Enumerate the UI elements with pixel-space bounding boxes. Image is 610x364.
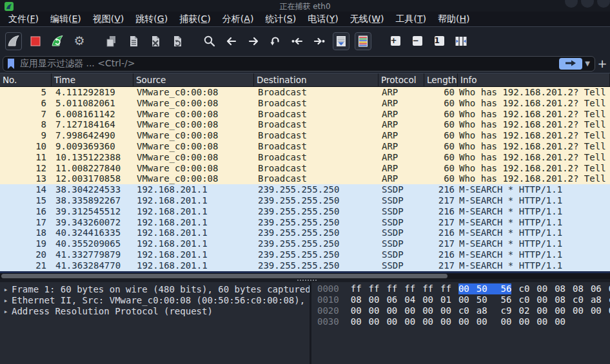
packet-row[interactable]: 65.011082061VMware_c0:00:08BroadcastARP6… [0, 98, 610, 109]
hex-byte[interactable]: 00 [458, 316, 469, 327]
zoom-original-button[interactable]: 1 [431, 33, 447, 50]
packet-row[interactable]: 2141.363284770192.168.201.1239.255.255.2… [0, 260, 610, 271]
column-header-length[interactable]: Length [424, 73, 458, 86]
filter-add-button[interactable]: + [596, 58, 608, 70]
colorize-button[interactable] [355, 33, 371, 50]
pane-splitter-handle[interactable] [297, 280, 317, 281]
expander-triangle-icon[interactable]: ▸ [0, 306, 12, 317]
hex-byte[interactable]: 56 [501, 294, 512, 305]
hex-byte[interactable]: c0 [458, 305, 469, 316]
hex-byte[interactable]: 00 [422, 305, 433, 316]
hex-byte[interactable]: 50 [477, 294, 487, 305]
hex-row[interactable]: 0010080006040001005056c00008c0a8c901 [311, 294, 610, 305]
packet-row[interactable]: 2041.332779879192.168.201.1239.255.255.2… [0, 249, 610, 260]
packet-row[interactable]: 1538.335892267192.168.201.1239.255.255.2… [0, 195, 610, 206]
hex-byte[interactable]: 00 [351, 316, 362, 327]
hex-byte[interactable]: 06 [591, 283, 602, 294]
hex-byte[interactable]: 00 [536, 305, 547, 316]
menu-item-analyze[interactable]: 分析(A) [217, 12, 260, 26]
menu-item-statistics[interactable]: 统计(S) [259, 12, 302, 26]
hex-byte[interactable]: c0 [518, 283, 529, 294]
start-capture-button[interactable] [6, 33, 21, 50]
hex-byte[interactable]: 00 [458, 294, 469, 305]
hex-byte[interactable]: 00 [536, 283, 547, 294]
restart-capture-button[interactable] [50, 33, 65, 50]
hex-byte[interactable]: 00 [501, 316, 512, 327]
hex-byte[interactable]: 56 [501, 283, 512, 294]
hex-byte[interactable]: 00 [404, 316, 415, 327]
menu-item-view[interactable]: 视图(V) [87, 12, 130, 26]
packet-row[interactable]: 1312.003170858VMware_c0:00:08BroadcastAR… [0, 173, 610, 184]
auto-scroll-button[interactable] [333, 33, 349, 50]
hex-byte[interactable]: 00 [369, 316, 380, 327]
hex-byte[interactable]: ff [440, 283, 451, 294]
hex-byte[interactable]: 00 [422, 316, 433, 327]
expander-triangle-icon[interactable]: ▸ [0, 295, 12, 306]
title-bar[interactable]: 正在捕获 eth0 [0, 0, 610, 12]
caret-down-icon[interactable]: ▼ [585, 60, 590, 67]
go-first-button[interactable] [290, 33, 305, 50]
hex-row[interactable]: 0020000000000000c0a8c902000000000000 [311, 305, 610, 316]
hex-byte[interactable]: 08 [351, 294, 362, 305]
hex-byte[interactable]: 00 [536, 316, 547, 327]
hex-byte[interactable]: 06 [386, 294, 397, 305]
close-file-button[interactable] [148, 33, 163, 50]
hex-byte[interactable]: c0 [518, 294, 529, 305]
menu-item-help[interactable]: 帮助(H) [432, 12, 475, 26]
menu-item-capture[interactable]: 捕获(C) [173, 12, 217, 26]
hex-byte[interactable]: 00 [386, 305, 397, 316]
hex-row[interactable]: 0000ffffffffffff005056c0000808060001 [311, 283, 610, 294]
packet-row[interactable]: 1940.355209065192.168.201.1239.255.255.2… [0, 238, 610, 249]
packet-row[interactable]: 1211.008227840VMware_c0:00:08BroadcastAR… [0, 163, 610, 174]
hex-byte[interactable]: 04 [404, 294, 415, 305]
hex-byte[interactable]: 00 [440, 305, 451, 316]
hex-byte[interactable]: 08 [555, 283, 566, 294]
hex-byte[interactable]: 50 [477, 283, 501, 294]
packet-row[interactable]: 1438.304224533192.168.201.1239.255.255.2… [0, 184, 610, 195]
hex-byte[interactable]: 00 [351, 305, 362, 316]
hex-row[interactable]: 0030000000000000000000000000 [311, 316, 610, 327]
hex-byte[interactable]: 01 [440, 294, 451, 305]
column-header-source[interactable]: Source [133, 73, 254, 86]
detail-tree-item[interactable]: ▸Address Resolution Protocol (request) [0, 306, 310, 317]
detail-tree-item[interactable]: ▸Ethernet II, Src: VMware_c0:00:08 (00:5… [0, 295, 310, 306]
hex-byte[interactable]: ff [404, 283, 415, 294]
hex-byte[interactable]: 00 [440, 316, 451, 327]
hex-byte[interactable]: 00 [591, 305, 602, 316]
hex-byte[interactable]: c0 [573, 294, 584, 305]
hex-byte[interactable]: 00 [404, 305, 415, 316]
menu-item-edit[interactable]: 编辑(E) [44, 12, 87, 26]
menu-item-tools[interactable]: 工具(T) [389, 12, 432, 26]
hex-byte[interactable]: a8 [591, 294, 602, 305]
filter-apply-button[interactable] [559, 58, 582, 70]
column-header-info[interactable]: Info [458, 73, 610, 86]
packet-row[interactable]: 87.127184164VMware_c0:00:08BroadcastARP6… [0, 119, 610, 130]
menu-item-telephony[interactable]: 电话(Y) [302, 12, 344, 26]
horizontal-scrollbar[interactable] [0, 273, 610, 279]
bookmark-icon[interactable] [6, 58, 15, 70]
hex-byte[interactable]: 08 [555, 294, 566, 305]
detail-tree-item[interactable]: ▸Frame 1: 60 bytes on wire (480 bits), 6… [0, 284, 310, 295]
go-to-packet-button[interactable] [268, 33, 283, 50]
packet-row[interactable]: 1639.312545512192.168.201.1239.255.255.2… [0, 206, 610, 217]
hex-byte[interactable]: 08 [573, 283, 584, 294]
packet-row[interactable]: 1739.343260072192.168.201.1239.255.255.2… [0, 217, 610, 228]
packet-row[interactable]: 97.998642490VMware_c0:00:08BroadcastARP6… [0, 130, 610, 141]
zoom-out-button[interactable]: − [409, 33, 425, 50]
hex-byte[interactable]: 00 [536, 294, 547, 305]
hex-byte[interactable]: 00 [477, 316, 487, 327]
packet-row[interactable]: 76.008161142VMware_c0:00:08BroadcastARP6… [0, 109, 610, 120]
column-header-no[interactable]: No. [0, 73, 52, 86]
packet-row[interactable]: 109.009369360VMware_c0:00:08BroadcastARP… [0, 141, 610, 152]
capture-options-button[interactable]: ⚙ [72, 33, 87, 50]
hex-byte[interactable]: ff [351, 283, 362, 294]
packet-row[interactable]: 1840.324416335192.168.201.1239.255.255.2… [0, 227, 610, 238]
hex-byte[interactable]: 00 [573, 305, 584, 316]
go-back-button[interactable] [224, 33, 239, 50]
go-forward-button[interactable] [246, 33, 261, 50]
menu-item-file[interactable]: 文件(F) [3, 12, 44, 26]
expander-triangle-icon[interactable]: ▸ [0, 284, 12, 295]
hex-byte[interactable]: 00 [369, 294, 380, 305]
hex-byte[interactable]: ff [386, 283, 397, 294]
find-packet-button[interactable] [202, 33, 217, 50]
